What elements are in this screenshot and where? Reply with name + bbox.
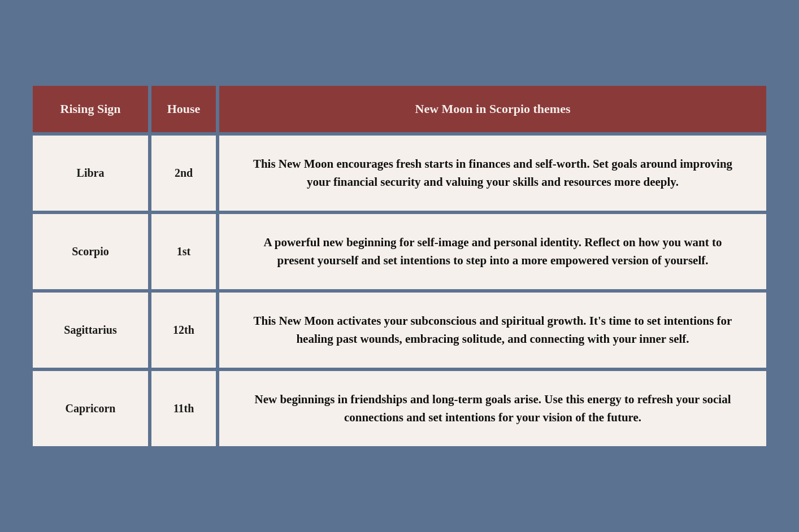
table-grid: Rising Sign House New Moon in Scorpio th… [31,84,768,448]
main-table: Rising Sign House New Moon in Scorpio th… [29,82,770,450]
theme-sagittarius: This New Moon activates your subconsciou… [218,291,768,369]
header-theme: New Moon in Scorpio themes [218,84,768,134]
house-capricorn: 11th [150,369,218,448]
rising-sign-sagittarius: Sagittarius [31,291,150,369]
header-rising-sign: Rising Sign [31,84,150,134]
rising-sign-libra: Libra [31,134,150,212]
theme-libra: This New Moon encourages fresh starts in… [218,134,768,212]
rising-sign-capricorn: Capricorn [31,369,150,448]
theme-capricorn: New beginnings in friendships and long-t… [218,369,768,448]
house-libra: 2nd [150,134,218,212]
header-house: House [150,84,218,134]
house-scorpio: 1st [150,212,218,291]
theme-scorpio: A powerful new beginning for self-image … [218,212,768,291]
rising-sign-scorpio: Scorpio [31,212,150,291]
house-sagittarius: 12th [150,291,218,369]
